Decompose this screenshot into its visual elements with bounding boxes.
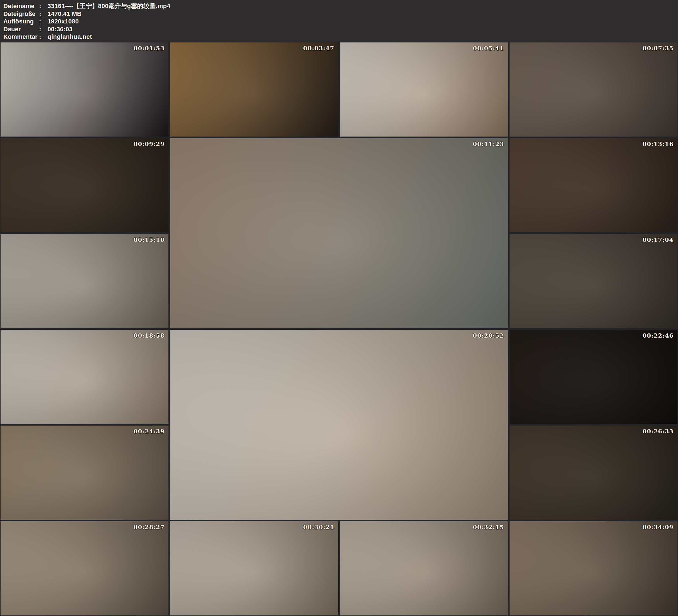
duration-value: 00:36:03 xyxy=(47,26,73,33)
comment-label: Kommentar xyxy=(3,33,39,41)
timestamp-overlay: 00:01:53 xyxy=(134,45,164,52)
filesize-value: 1470.41 MB xyxy=(47,10,82,18)
video-thumbnail[interactable]: 00:01:53 xyxy=(1,42,168,137)
metadata-row-comment: Kommentar : qinglanhua.net xyxy=(3,33,675,41)
separator: : xyxy=(39,26,47,33)
video-thumbnail[interactable]: 00:22:46 xyxy=(510,330,677,424)
timestamp-overlay: 00:05:41 xyxy=(473,45,504,52)
thumbnail-image-placeholder xyxy=(510,138,677,232)
timestamp-overlay: 00:20:52 xyxy=(473,332,504,339)
timestamp-overlay: 00:32:15 xyxy=(473,524,504,531)
thumbnail-image-placeholder xyxy=(1,138,168,232)
filename-value: 33161----【王宁】800毫升与g塞的较量.mp4 xyxy=(47,2,171,10)
video-thumbnail[interactable]: 00:26:33 xyxy=(510,426,677,519)
timestamp-overlay: 00:22:46 xyxy=(643,332,674,339)
timestamp-overlay: 00:28:27 xyxy=(134,524,164,531)
timestamp-overlay: 00:13:16 xyxy=(643,141,674,147)
video-thumbnail[interactable]: 00:24:39 xyxy=(1,426,168,519)
metadata-row-filename: Dateiname : 33161----【王宁】800毫升与g塞的较量.mp4 xyxy=(3,2,675,10)
thumbnail-image-placeholder xyxy=(510,234,677,328)
thumbnail-grid: 00:01:53 00:03:47 00:05:41 00:07:35 00:0… xyxy=(0,42,678,616)
video-thumbnail[interactable]: 00:03:47 xyxy=(170,42,338,137)
video-thumbnail[interactable]: 00:30:21 xyxy=(170,521,338,615)
video-thumbnail[interactable]: 00:05:41 xyxy=(340,42,508,137)
video-thumbnail[interactable]: 00:20:52 xyxy=(170,330,508,519)
video-thumbnail[interactable]: 00:07:35 xyxy=(510,42,677,137)
metadata-row-filesize: Dateigröße : 1470.41 MB xyxy=(3,10,675,18)
thumbnail-image-placeholder xyxy=(1,521,168,615)
metadata-row-duration: Dauer : 00:36:03 xyxy=(3,26,675,33)
video-thumbnail[interactable]: 00:13:16 xyxy=(510,138,677,232)
video-thumbnail[interactable]: 00:34:09 xyxy=(510,521,677,615)
file-metadata-header: Dateiname : 33161----【王宁】800毫升与g塞的较量.mp4… xyxy=(0,0,678,42)
timestamp-overlay: 00:15:10 xyxy=(134,236,164,243)
thumbnail-image-placeholder xyxy=(510,330,677,424)
separator: : xyxy=(39,10,47,18)
separator: : xyxy=(39,17,47,26)
timestamp-overlay: 00:24:39 xyxy=(134,428,164,435)
thumbnail-image-placeholder xyxy=(340,521,508,615)
comment-value: qinglanhua.net xyxy=(47,33,92,41)
timestamp-overlay: 00:03:47 xyxy=(303,45,334,52)
timestamp-overlay: 00:34:09 xyxy=(643,524,674,531)
timestamp-overlay: 00:30:21 xyxy=(303,524,334,531)
thumbnail-image-placeholder xyxy=(170,138,508,328)
video-thumbnail[interactable]: 00:09:29 xyxy=(1,138,168,232)
timestamp-overlay: 00:17:04 xyxy=(643,236,674,243)
resolution-label: Auflösung xyxy=(3,17,39,26)
video-thumbnail[interactable]: 00:28:27 xyxy=(1,521,168,615)
timestamp-overlay: 00:11:23 xyxy=(473,141,504,147)
thumbnail-image-placeholder xyxy=(510,42,677,137)
timestamp-overlay: 00:26:33 xyxy=(643,428,674,435)
duration-label: Dauer xyxy=(3,26,39,33)
timestamp-overlay: 00:07:35 xyxy=(643,45,674,52)
thumbnail-image-placeholder xyxy=(1,426,168,519)
video-thumbnail[interactable]: 00:11:23 xyxy=(170,138,508,328)
thumbnail-image-placeholder xyxy=(1,42,168,137)
video-thumbnail[interactable]: 00:17:04 xyxy=(510,234,677,328)
filesize-label: Dateigröße xyxy=(3,10,39,18)
thumbnail-image-placeholder xyxy=(170,42,338,137)
thumbnail-image-placeholder xyxy=(1,234,168,328)
metadata-row-resolution: Auflösung : 1920x1080 xyxy=(3,17,675,26)
filename-label: Dateiname xyxy=(3,2,39,10)
separator: : xyxy=(39,2,47,10)
video-thumbnail[interactable]: 00:18:58 xyxy=(1,330,168,424)
thumbnail-image-placeholder xyxy=(1,330,168,424)
video-thumbnail[interactable]: 00:15:10 xyxy=(1,234,168,328)
video-thumbnail[interactable]: 00:32:15 xyxy=(340,521,508,615)
timestamp-overlay: 00:18:58 xyxy=(134,332,164,339)
thumbnail-image-placeholder xyxy=(340,42,508,137)
thumbnail-image-placeholder xyxy=(170,521,338,615)
thumbnail-image-placeholder xyxy=(170,330,508,519)
resolution-value: 1920x1080 xyxy=(47,17,79,26)
timestamp-overlay: 00:09:29 xyxy=(134,141,164,147)
thumbnail-image-placeholder xyxy=(510,426,677,519)
separator: : xyxy=(39,33,47,41)
thumbnail-image-placeholder xyxy=(510,521,677,615)
